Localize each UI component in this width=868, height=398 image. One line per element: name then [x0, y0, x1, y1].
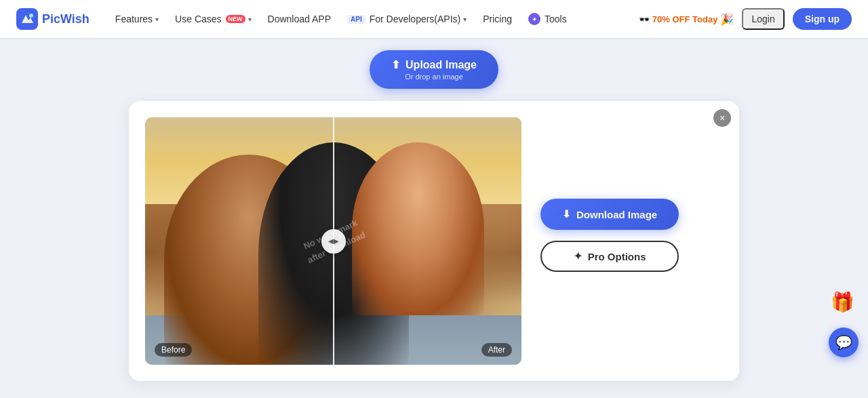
nav-for-developers[interactable]: API For Developers(APIs) ▾: [340, 9, 473, 28]
nav-links: Features ▾ Use Cases NEW ▾ Download APP …: [108, 9, 639, 29]
nav-use-cases[interactable]: Use Cases NEW ▾: [168, 9, 258, 28]
nav-right: 🕶️ 70% OFF Today 🎉 Login Sign up: [639, 8, 852, 30]
login-button[interactable]: Login: [742, 8, 784, 30]
svg-point-1: [29, 14, 33, 18]
person3: [352, 142, 484, 316]
after-label: After: [481, 343, 512, 357]
nav-features[interactable]: Features ▾: [108, 9, 165, 28]
chevron-down-icon: ▾: [155, 16, 159, 23]
chevron-down-icon: ▾: [248, 16, 252, 23]
upload-icon: ⬆: [391, 58, 400, 71]
api-badge: API: [347, 15, 366, 24]
image-comparison[interactable]: No watermark after download Before After: [145, 117, 521, 365]
before-label: Before: [155, 343, 192, 357]
chevron-down-icon: ▾: [463, 16, 467, 23]
nav-pricing[interactable]: Pricing: [476, 9, 519, 28]
upload-container: ⬆ Upload Image Or drop an image: [370, 50, 498, 89]
pro-options-button[interactable]: ✦ Pro Options: [540, 241, 679, 272]
result-card: × No water: [129, 101, 739, 381]
right-panel: ⬇ Download Image ✦ Pro Options: [540, 117, 679, 272]
pro-options-icon: ✦: [574, 250, 583, 262]
ai-badge: ✦: [528, 13, 540, 25]
close-button[interactable]: ×: [713, 109, 731, 127]
chat-icon: 💬: [835, 334, 852, 351]
floating-gift[interactable]: 🎁: [827, 287, 857, 317]
new-badge: NEW: [226, 15, 245, 23]
nav-tools[interactable]: ✦ Tools: [521, 9, 574, 29]
signup-button[interactable]: Sign up: [793, 8, 852, 30]
main-content: ⬆ Upload Image Or drop an image ×: [0, 38, 868, 398]
logo[interactable]: PicWish: [16, 8, 90, 30]
nav-download-app[interactable]: Download APP: [261, 9, 338, 28]
floating-chat-button[interactable]: 💬: [829, 327, 859, 357]
download-button[interactable]: ⬇ Download Image: [540, 199, 679, 230]
download-icon: ⬇: [562, 208, 571, 220]
discount-badge[interactable]: 🕶️ 70% OFF Today 🎉: [639, 13, 734, 26]
upload-button[interactable]: ⬆ Upload Image Or drop an image: [370, 50, 498, 89]
divider-handle[interactable]: [321, 229, 346, 254]
logo-text: PicWish: [42, 12, 90, 26]
navbar: PicWish Features ▾ Use Cases NEW ▾ Downl…: [0, 0, 868, 38]
drop-label: Or drop an image: [405, 73, 463, 81]
